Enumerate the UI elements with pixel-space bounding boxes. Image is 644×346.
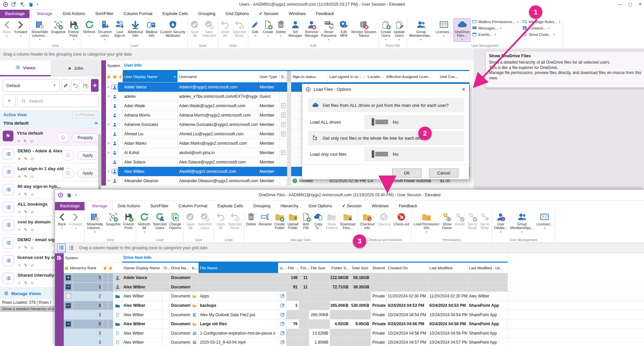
cell-user-display-name[interactable]: Aden Wade — [123, 101, 178, 111]
row-target-icon[interactable] — [106, 101, 112, 111]
view-set-select[interactable]: Default▼ — [3, 79, 60, 92]
cell-drive-name[interactable]: Documents — [170, 310, 191, 320]
favorite-star-icon[interactable]: ★ — [17, 280, 21, 285]
share-view-icon[interactable]: ☺ — [30, 281, 34, 285]
column-header-file-count[interactable]: File ... — [286, 263, 299, 273]
ribbon-button-user-details-[interactable]: iUser Details...▼ — [493, 211, 509, 234]
column-header-username[interactable]: Username — [178, 71, 258, 82]
tab-windows[interactable]: Windows — [367, 202, 394, 210]
cell-file-count[interactable]: 149 — [286, 273, 299, 283]
column-header-effective-assigned-licenses[interactable]: Effective Assigned Licen... — [385, 71, 439, 82]
cell-open-link-icon[interactable] — [278, 310, 286, 320]
cell-user-type[interactable]: Member — [258, 82, 280, 92]
cell-expand[interactable] — [64, 329, 73, 338]
cell-s-checkbox[interactable] — [280, 157, 287, 167]
cell-user-type[interactable]: Member — [258, 129, 280, 139]
cell-last-modified[interactable]: 10/24/2024 04:57 PM — [428, 338, 468, 346]
ribbon-button-onedrive-files-[interactable]: OneDrive Files...▼ — [453, 18, 471, 42]
ribbon-button-create-folder[interactable]: Create Folder — [273, 211, 286, 230]
cell-folder-size[interactable]: 122.56GB — [330, 273, 350, 283]
row-target-icon[interactable] — [106, 111, 112, 120]
cell-hierarchy-rank[interactable]: 3 — [73, 310, 103, 320]
cell-created-on[interactable]: 10/24/2024 04:56 PM — [386, 329, 428, 338]
cell-open-link-icon[interactable] — [278, 301, 286, 310]
cell-file-size[interactable] — [309, 283, 330, 292]
cell-username[interactable]: AlexW@sygx2.onmicrosoft.com — [178, 167, 258, 176]
cell-file-count[interactable] — [286, 329, 299, 338]
ribbon-button-additional-info[interactable]: Additional Info — [126, 18, 144, 38]
ribbon-button-set-to-write-[interactable]: Set to 'Write' — [479, 211, 491, 230]
cell-open-link-icon[interactable] — [278, 283, 286, 292]
cell-s-checkbox[interactable] — [280, 176, 287, 186]
cell-hierarchy-rank[interactable]: 3 — [73, 329, 103, 338]
cell-file-name[interactable] — [199, 283, 278, 292]
cell-shared[interactable]: Private — [371, 310, 386, 320]
ribbon-button-last-sign-in[interactable]: Last Sign-in — [113, 18, 126, 38]
tab-column-format[interactable]: Column Format — [173, 202, 212, 210]
column-header-file-size[interactable]: File Size — [309, 263, 330, 273]
ribbon-button-edit-mfa[interactable]: Edit MFA — [337, 18, 350, 38]
column-header-created-on[interactable]: Created On — [386, 263, 428, 273]
cell-owner-display-name[interactable]: Alex Wilber — [122, 283, 162, 292]
cell-last-modified-user[interactable]: SharePoint App — [468, 320, 508, 329]
tab-grid-options[interactable]: Grid Options — [304, 202, 337, 210]
ribbon-button-snapshot[interactable]: Snapshot — [50, 18, 67, 34]
cell-last-modified[interactable]: 0/24/2024 04:56 PM — [428, 320, 468, 329]
ribbon-button-create[interactable]: Create▼ — [261, 18, 274, 38]
ribbon-button-set-manager[interactable]: Set Manager — [287, 18, 304, 38]
favorite-star-icon[interactable]: ★ — [17, 209, 21, 214]
cell-file-count[interactable]: 1 — [286, 301, 299, 310]
row-person-cell[interactable] — [112, 111, 118, 120]
ribbon-button-check-in[interactable]: Check-in — [376, 211, 392, 226]
row-target-icon[interactable] — [106, 129, 112, 139]
ribbon-button-undo-all[interactable]: Undo All — [219, 18, 231, 38]
cell-user-display-name[interactable]: Ahmed Liu — [123, 129, 178, 139]
ribbon-button-mailbox-permissions-[interactable]: Mailbox Permissions... ▼ — [471, 18, 520, 25]
cell-open-link-icon[interactable] — [278, 338, 286, 346]
cell-folder-size[interactable] — [330, 338, 350, 346]
ribbon-button-add-file[interactable]: Add File — [300, 211, 312, 230]
edit-view-icon[interactable]: ✎ — [24, 174, 28, 179]
cell-username[interactable]: Aidan.Marks@sygx2.onmicrosoft.com — [178, 139, 258, 148]
cell-shared[interactable] — [371, 273, 386, 283]
tab-backstage[interactable]: Backstage — [55, 202, 85, 210]
share-view-icon[interactable]: ☺ — [30, 139, 34, 143]
cell-user-display-name[interactable]: Adele Vance — [123, 82, 178, 92]
cell-shared[interactable]: Private — [371, 329, 386, 338]
cell-user-display-name[interactable]: adelev — [123, 92, 178, 101]
cell-o[interactable] — [162, 292, 170, 301]
cell-file-count[interactable]: 91 — [286, 283, 299, 292]
cell-username[interactable]: Adriana.Morris@sygx2.onmicrosoft.com — [178, 111, 258, 120]
cell-o[interactable] — [162, 338, 170, 346]
cell-drive-name[interactable]: Documents — [170, 283, 191, 292]
add-view-button[interactable]: + — [91, 79, 99, 92]
cell-username[interactable]: adelev_x7lbv.onmicrosoft.com#EXT#@sygx — [178, 92, 258, 101]
cell-username[interactable]: Alex.Solace@sygx2.onmicrosoft.com — [178, 157, 258, 167]
row-target-icon[interactable] — [106, 176, 112, 186]
row-target-icon[interactable] — [106, 167, 112, 176]
cell-hierarchy-rank[interactable]: 3 — [73, 338, 103, 346]
cell-drive-name[interactable]: Documents — [170, 320, 191, 329]
cell-last-modified-user[interactable]: Alex Wilber — [468, 292, 508, 301]
ribbon-button-freeze-point[interactable]: Freeze Point▼ — [67, 18, 80, 42]
row-person-cell[interactable] — [112, 157, 118, 167]
ribbon-button-show-owner[interactable]: Show Owner — [441, 211, 453, 230]
cell-file-size[interactable]: 265.00KB — [309, 310, 330, 320]
edit-view-icon[interactable]: ✎ — [24, 227, 28, 232]
cell-folder-size[interactable]: 265.00KB — [330, 301, 350, 310]
edit-view-icon[interactable]: ✎ — [24, 245, 28, 250]
ribbon-button-events-[interactable]: Events... ▼ — [471, 31, 520, 38]
column-header-lock-2[interactable] — [112, 71, 118, 82]
column-header-last-modified[interactable]: Last Modified — [428, 263, 468, 273]
cell-expand[interactable] — [64, 292, 73, 301]
cell-user-type[interactable]: Member — [258, 157, 280, 167]
window1-grouping-zone[interactable]: Drag a column header to this grouping zo… — [0, 48, 477, 61]
cell-created-on[interactable]: 0/24/2024 04:53 PM — [386, 301, 428, 310]
cell-owner-display-name[interactable]: Alex Wilber — [122, 301, 162, 310]
cell-owner-display-name[interactable]: Alex Wilber — [122, 310, 162, 320]
cell-o[interactable] — [162, 301, 170, 310]
ribbon-button-group-memberships-[interactable]: Group Memberships...▼ — [509, 211, 535, 234]
group-header-drive-item-info[interactable]: Drive Item Info — [122, 253, 508, 263]
column-header-file-name[interactable]: File Name — [199, 263, 278, 273]
cell-o[interactable] — [162, 310, 170, 320]
